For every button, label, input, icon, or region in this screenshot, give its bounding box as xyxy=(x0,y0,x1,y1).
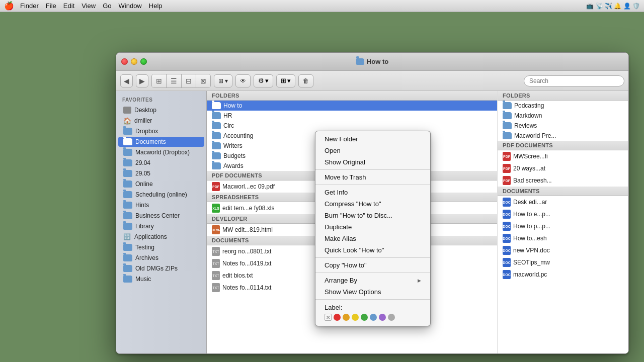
file-item-howtopp[interactable]: DOC How to p...p... xyxy=(498,220,628,232)
file-item-howto[interactable]: How to xyxy=(207,101,497,111)
sidebar-label-testing: Testing xyxy=(135,244,154,251)
menubar-help[interactable]: Help xyxy=(149,2,163,10)
zoom-button[interactable] xyxy=(140,58,147,65)
action-button[interactable]: ⚙ ▾ xyxy=(254,74,273,87)
file-item-markdown[interactable]: Markdown xyxy=(498,111,628,121)
ctx-color-green[interactable] xyxy=(361,314,368,321)
sidebar-item-applications[interactable]: 🔡 Applications xyxy=(118,232,204,242)
sidebar-item-macworld[interactable]: Macworld (Dropbox) xyxy=(118,147,204,157)
sidebar-item-scheduling[interactable]: Scheduling (online) xyxy=(118,190,204,200)
arrange-button[interactable]: ⊞ ▾ xyxy=(276,74,295,87)
file-name-hr: HR xyxy=(223,112,232,119)
file-name-spreadsheet: edit tem...e fy08.xls xyxy=(222,205,274,212)
search-input[interactable] xyxy=(524,75,624,86)
sidebar-item-archives[interactable]: Archives xyxy=(118,253,204,263)
sidebar-item-online[interactable]: Online xyxy=(118,179,204,189)
ctx-color-none[interactable]: ✕ xyxy=(325,314,332,321)
ctx-color-purple[interactable] xyxy=(379,314,386,321)
file-item-deskedit[interactable]: DOC Desk edi...ar xyxy=(498,196,628,208)
context-menu: New Folder Open Show Original Move to Tr… xyxy=(315,131,431,326)
sidebar-item-library[interactable]: Library xyxy=(118,221,204,231)
ctx-open[interactable]: Open xyxy=(315,145,430,156)
ctx-burn[interactable]: Burn "How to" to Disc... xyxy=(315,210,430,221)
close-button[interactable] xyxy=(121,58,128,65)
sidebar-item-testing[interactable]: Testing xyxy=(118,242,204,252)
file-name-circ: Circ xyxy=(223,122,234,129)
pane2-documents-header: Documents xyxy=(498,187,628,196)
ctx-color-yellow[interactable] xyxy=(352,314,359,321)
file-item-howtoesh[interactable]: DOC How to...esh xyxy=(498,232,628,244)
file-name-writers: Writers xyxy=(223,142,243,149)
sidebar-label-documents: Documents xyxy=(135,138,166,145)
forward-button[interactable]: ▶ xyxy=(136,74,148,87)
menubar-finder[interactable]: Finder xyxy=(20,2,39,10)
sidebar-item-business-center[interactable]: Business Center xyxy=(118,211,204,221)
trash-icon: 🗑 xyxy=(303,77,309,84)
file-item-20ways[interactable]: PDF 20 ways...at xyxy=(498,162,628,174)
ctx-get-info[interactable]: Get Info xyxy=(315,187,430,198)
sidebar-item-desktop[interactable]: Desktop xyxy=(118,105,204,115)
sidebar-item-documents[interactable]: Documents xyxy=(118,137,204,147)
back-button[interactable]: ◀ xyxy=(120,74,133,87)
folder-icon-2904 xyxy=(123,159,132,166)
ctx-color-gray[interactable] xyxy=(388,314,395,321)
sidebar-item-old-dmgs[interactable]: Old DMGs ZIPs xyxy=(118,263,204,274)
sidebar-item-hints[interactable]: Hints xyxy=(118,200,204,210)
folder-icon-library xyxy=(123,223,132,230)
coverflow-view-button[interactable]: ⊠ xyxy=(196,74,210,87)
ctx-quick-look[interactable]: Quick Look "How to" xyxy=(315,244,430,256)
folder-icon-hints xyxy=(123,202,132,209)
ctx-divider-1 xyxy=(315,169,430,170)
ctx-new-folder[interactable]: New Folder xyxy=(315,133,430,145)
delete-button[interactable]: 🗑 xyxy=(298,74,313,87)
menubar-go[interactable]: Go xyxy=(103,2,111,10)
ctx-duplicate[interactable]: Duplicate xyxy=(315,221,430,233)
file-folder-icon-markdown xyxy=(503,112,512,119)
sidebar-item-2904[interactable]: 29.04 xyxy=(118,158,204,168)
menubar-file[interactable]: File xyxy=(46,2,56,10)
sidebar-item-dropbox[interactable]: Dropbox xyxy=(118,126,204,136)
minimize-button[interactable] xyxy=(131,58,137,65)
file-name-reorg: reorg no...0801.txt xyxy=(222,248,271,255)
ctx-move-to-trash[interactable]: Move to Trash xyxy=(315,171,430,183)
sidebar-item-2905[interactable]: 29.05 xyxy=(118,168,204,178)
file-item-badscreen[interactable]: PDF Bad screesh... xyxy=(498,174,628,187)
file-name-budgets: Budgets xyxy=(223,152,246,159)
file-item-howtoep[interactable]: DOC How to e...p... xyxy=(498,208,628,220)
ctx-color-red[interactable] xyxy=(334,314,341,321)
sidebar-item-music[interactable]: Music xyxy=(118,274,204,284)
file-item-macworldpc[interactable]: DOC macworld.pc xyxy=(498,268,628,281)
ctx-compress[interactable]: Compress "How to" xyxy=(315,198,430,210)
menubar-window[interactable]: Window xyxy=(119,2,142,10)
folder-icon-scheduling xyxy=(123,191,132,198)
file-item-reviews[interactable]: Reviews xyxy=(498,121,628,131)
list-view-button[interactable]: ☰ xyxy=(167,74,182,87)
sidebar-item-dmiller[interactable]: 🏠 dmiller xyxy=(118,116,204,126)
file-name-newvpn: new VPN.doc xyxy=(513,247,550,254)
ctx-show-view-options[interactable]: Show View Options xyxy=(315,286,430,298)
folder-icon-business-center xyxy=(123,212,132,219)
menubar-view[interactable]: View xyxy=(82,2,96,10)
file-item-hr[interactable]: HR xyxy=(207,111,497,121)
sidebar-label-old-dmgs: Old DMGs ZIPs xyxy=(135,265,178,272)
ctx-arrange-by[interactable]: Arrange By xyxy=(315,275,430,286)
file-item-podcasting[interactable]: Podcasting xyxy=(498,101,628,111)
ctx-make-alias[interactable]: Make Alias xyxy=(315,233,430,244)
quicklook-button[interactable]: 👁 xyxy=(235,74,251,87)
file-item-circ[interactable]: Circ xyxy=(207,121,497,131)
more-view-button[interactable]: ⊞ ▾ xyxy=(214,74,232,87)
apple-menu[interactable]: 🍎 xyxy=(4,1,14,11)
icon-view-button[interactable]: ⊞ xyxy=(152,74,167,87)
file-name-reviews: Reviews xyxy=(514,122,537,129)
ctx-color-blue[interactable] xyxy=(370,314,377,321)
file-item-mwscreen[interactable]: PDF MWScree...fi xyxy=(498,150,628,162)
ctx-show-original[interactable]: Show Original xyxy=(315,156,430,168)
ctx-copy[interactable]: Copy "How to" xyxy=(315,259,430,271)
file-item-seotips[interactable]: DOC SEOTips_mw xyxy=(498,256,628,268)
column-view-button[interactable]: ⊟ xyxy=(182,74,196,87)
pdf-icon-mwscreen: PDF xyxy=(503,152,511,161)
file-item-newvpn[interactable]: DOC new VPN.doc xyxy=(498,244,628,256)
ctx-color-orange[interactable] xyxy=(343,314,350,321)
menubar-edit[interactable]: Edit xyxy=(63,2,74,10)
file-item-macworld-pre[interactable]: Macworld Pre... xyxy=(498,131,628,141)
